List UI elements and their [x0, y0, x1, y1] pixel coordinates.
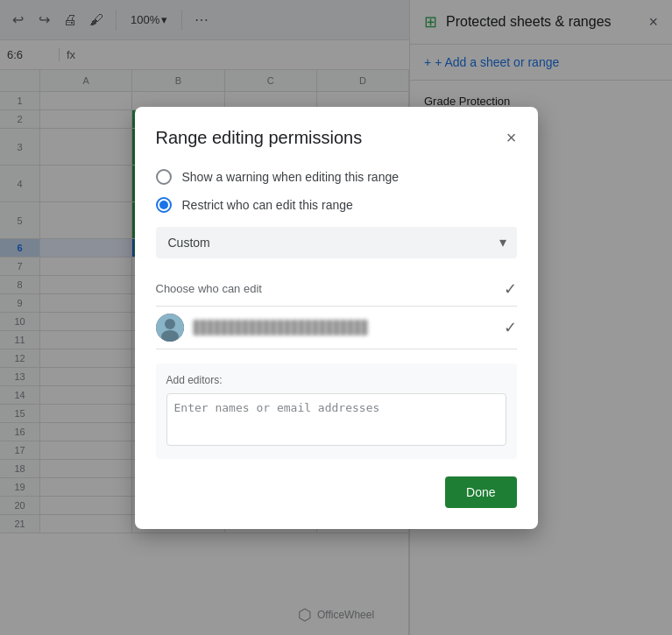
- user-avatar-img: [156, 314, 184, 342]
- warn-radio-button[interactable]: [156, 169, 172, 185]
- modal-title: Range editing permissions: [156, 128, 363, 148]
- svg-point-1: [165, 319, 175, 329]
- avatar-svg: [156, 314, 184, 342]
- restrict-radio-option[interactable]: Restrict who can edit this range: [156, 197, 517, 213]
- modal-overlay: Range editing permissions × Show a warni…: [0, 0, 672, 635]
- who-edit-label: Choose who can edit: [156, 282, 262, 295]
- who-edit-row: Choose who can edit ✓: [156, 272, 517, 307]
- modal-close-button[interactable]: ×: [506, 129, 517, 146]
- user-info: [156, 314, 368, 342]
- add-editors-label: Add editors:: [166, 374, 506, 386]
- who-can-edit-section: Choose who can edit ✓: [156, 272, 517, 349]
- user-checkmark: ✓: [504, 318, 517, 337]
- restrict-radio-label: Restrict who can edit this range: [182, 198, 353, 212]
- modal-footer: Done: [156, 476, 517, 508]
- user-avatar: [156, 314, 184, 342]
- radio-inner-dot: [159, 201, 168, 209]
- user-name-blurred: [193, 320, 368, 335]
- user-row: ✓: [156, 307, 517, 349]
- custom-dropdown-container: Custom Only you ▾: [156, 227, 517, 258]
- add-editors-input[interactable]: [166, 393, 506, 446]
- dropdown-wrapper: Custom Only you ▾: [156, 227, 517, 258]
- warn-radio-label: Show a warning when editing this range: [182, 170, 400, 184]
- warn-radio-option[interactable]: Show a warning when editing this range: [156, 169, 517, 185]
- done-button[interactable]: Done: [445, 476, 516, 508]
- add-editors-section: Add editors:: [156, 363, 517, 459]
- custom-dropdown[interactable]: Custom Only you: [156, 227, 517, 258]
- who-edit-checkmark: ✓: [504, 279, 517, 299]
- modal-dialog: Range editing permissions × Show a warni…: [135, 107, 538, 529]
- restrict-radio-button[interactable]: [156, 197, 172, 213]
- modal-header: Range editing permissions ×: [156, 128, 517, 148]
